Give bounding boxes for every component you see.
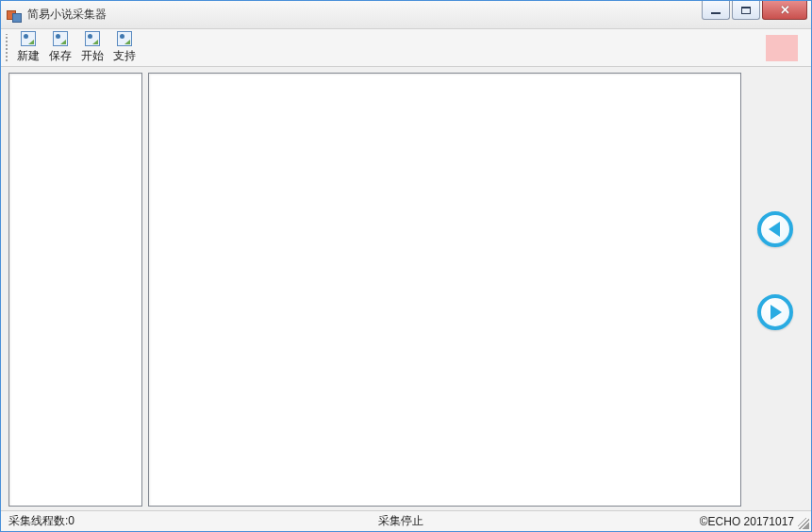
toolbar-label: 保存 — [49, 48, 72, 64]
next-button[interactable] — [757, 294, 793, 330]
arrow-right-icon — [771, 305, 782, 320]
left-list-panel[interactable] — [8, 73, 142, 507]
close-button[interactable]: ✕ — [762, 1, 807, 20]
image-icon — [53, 31, 68, 46]
app-window: 简易小说采集器 ✕ 新建 保存 开始 支 — [0, 0, 812, 532]
image-icon — [21, 31, 36, 46]
app-icon — [7, 8, 22, 23]
main-text-panel[interactable] — [148, 73, 741, 507]
toolbar-label: 新建 — [17, 48, 40, 64]
nav-column — [747, 73, 804, 507]
toolbar-grip — [5, 34, 8, 62]
toolbar-support-button[interactable]: 支持 — [108, 31, 141, 64]
toolbar-label: 开始 — [81, 48, 104, 64]
maximize-icon — [741, 7, 751, 14]
minimize-button[interactable] — [702, 1, 730, 20]
status-bar: 采集线程数:0 采集停止 ©ECHO 20171017 — [1, 510, 811, 531]
minimize-icon — [711, 12, 721, 14]
image-icon — [85, 31, 100, 46]
maximize-button[interactable] — [732, 1, 760, 20]
toolbar-new-button[interactable]: 新建 — [12, 31, 44, 64]
toolbar: 新建 保存 开始 支持 — [1, 29, 811, 67]
toolbar-label: 支持 — [113, 48, 136, 64]
prev-button[interactable] — [757, 211, 793, 247]
status-threads: 采集线程数:0 — [1, 513, 303, 529]
toolbar-save-button[interactable]: 保存 — [44, 31, 76, 64]
toolbar-start-button[interactable]: 开始 — [76, 31, 108, 64]
resize-grip[interactable] — [798, 518, 809, 529]
status-state: 采集停止 — [303, 513, 700, 529]
title-bar: 简易小说采集器 ✕ — [1, 1, 811, 29]
status-copyright: ©ECHO 20171017 — [700, 515, 811, 528]
content-area — [1, 67, 811, 510]
close-icon: ✕ — [780, 4, 790, 16]
window-controls: ✕ — [700, 1, 811, 28]
arrow-left-icon — [769, 222, 780, 237]
indicator-box — [766, 35, 798, 61]
window-title: 简易小说采集器 — [27, 7, 700, 23]
image-icon — [117, 31, 132, 46]
